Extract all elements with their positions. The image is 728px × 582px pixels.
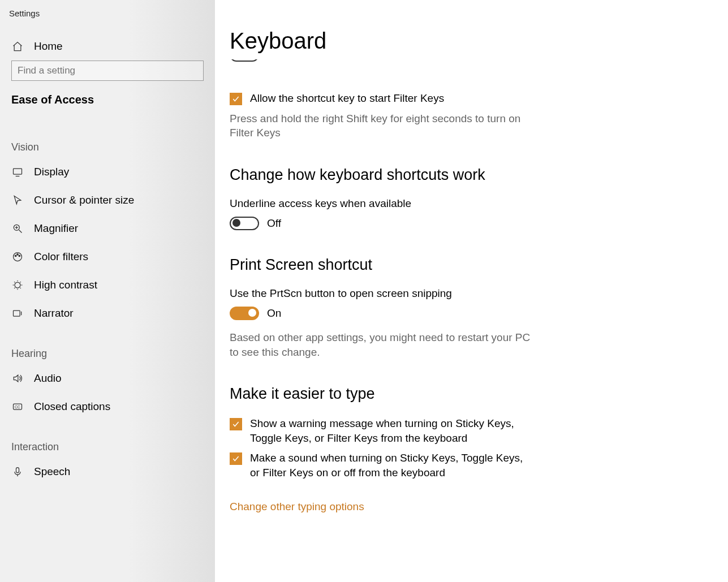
mic-icon	[11, 465, 24, 478]
magnifier-icon	[11, 222, 24, 235]
svg-text:CC: CC	[15, 405, 20, 409]
main-content: Keyboard Off Allow the shortcut key to s…	[215, 0, 728, 582]
palette-icon	[11, 251, 24, 263]
monitor-icon	[11, 166, 24, 178]
svg-point-10	[17, 254, 19, 256]
sidebar-group-vision: Vision	[0, 121, 215, 158]
checkbox-label: Allow the shortcut key to start Filter K…	[250, 91, 444, 106]
contrast-icon	[11, 279, 24, 291]
sidebar-item-label: Speech	[34, 465, 70, 478]
svg-point-9	[15, 255, 16, 257]
underline-access-label: Underline access keys when available	[230, 197, 705, 210]
search-field[interactable]	[18, 65, 197, 76]
sidebar-item-label: Home	[34, 40, 63, 53]
underline-access-toggle[interactable]	[230, 217, 259, 230]
sidebar-item-speech[interactable]: Speech	[0, 458, 215, 486]
sidebar-item-home[interactable]: Home	[0, 32, 215, 61]
cursor-icon	[11, 194, 24, 206]
filter-keys-shortcut-checkbox[interactable]: Allow the shortcut key to start Filter K…	[230, 91, 535, 106]
easier-cb1[interactable]: Show a warning message when turning on S…	[230, 416, 535, 445]
sidebar-group-interaction: Interaction	[0, 421, 215, 458]
home-icon	[11, 40, 24, 53]
svg-rect-25	[16, 468, 19, 473]
svg-line-17	[14, 282, 15, 282]
sidebar-item-narrator[interactable]: Narrator	[0, 299, 215, 327]
checkbox-checked[interactable]	[230, 418, 242, 430]
svg-rect-21	[14, 311, 20, 316]
speaker-icon	[11, 372, 24, 385]
sidebar-item-magnifier[interactable]: Magnifier	[0, 214, 215, 243]
toggle-state-label: On	[267, 307, 281, 320]
section-easier-title: Make it easier to type	[230, 385, 705, 403]
sidebar-group-hearing: Hearing	[0, 327, 215, 364]
easier-cb2[interactable]: Make a sound when turning on Sticky Keys…	[230, 451, 535, 480]
svg-line-18	[20, 288, 21, 288]
sidebar-section-title: Ease of Access	[0, 90, 215, 121]
sidebar-item-colorfilters[interactable]: Color filters	[0, 243, 215, 271]
sidebar-item-label: Magnifier	[34, 222, 78, 235]
window-title: Settings	[0, 6, 215, 32]
checkbox-checked[interactable]	[230, 452, 242, 465]
toggle-state-label: Off	[267, 59, 281, 61]
filter-keys-toggle[interactable]	[230, 59, 259, 62]
svg-line-19	[14, 288, 15, 288]
sidebar-item-label: Narrator	[34, 307, 74, 320]
filter-keys-note: Press and hold the right Shift key for e…	[230, 111, 535, 140]
narrator-icon	[11, 307, 24, 320]
sidebar-item-label: Display	[34, 166, 69, 178]
checkbox-label: Make a sound when turning on Sticky Keys…	[250, 451, 535, 480]
sidebar-item-cursor[interactable]: Cursor & pointer size	[0, 186, 215, 214]
svg-line-5	[19, 230, 22, 233]
filter-keys-partial: Off	[230, 59, 705, 74]
page-title: Keyboard	[230, 28, 705, 54]
svg-point-11	[19, 255, 20, 257]
checkbox-checked[interactable]	[230, 93, 242, 105]
prtscn-note: Based on other app settings, you might n…	[230, 330, 535, 359]
sidebar-item-label: Cursor & pointer size	[34, 194, 134, 206]
svg-rect-2	[14, 169, 22, 174]
sidebar-item-label: Audio	[34, 372, 62, 385]
prtscn-label: Use the PrtScn button to open screen sni…	[230, 287, 705, 300]
sidebar-item-label: High contrast	[34, 279, 97, 291]
sidebar-item-label: Closed captions	[34, 400, 110, 413]
change-typing-options-link[interactable]: Change other typing options	[230, 501, 364, 513]
checkbox-label: Show a warning message when turning on S…	[250, 416, 535, 445]
section-printscreen-title: Print Screen shortcut	[230, 256, 705, 274]
sidebar-item-label: Color filters	[34, 251, 88, 263]
prtscn-toggle[interactable]	[230, 307, 259, 320]
sidebar-item-audio[interactable]: Audio	[0, 364, 215, 393]
toggle-state-label: Off	[267, 217, 281, 230]
cc-icon: CC	[11, 400, 24, 413]
sidebar: Settings Home Ease of Access Vision Disp…	[0, 0, 215, 582]
svg-line-20	[20, 282, 21, 282]
search-input[interactable]	[11, 61, 204, 81]
sidebar-item-display[interactable]: Display	[0, 158, 215, 186]
sidebar-item-highcontrast[interactable]: High contrast	[0, 271, 215, 299]
sidebar-item-closedcaptions[interactable]: CC Closed captions	[0, 393, 215, 421]
section-shortcuts-title: Change how keyboard shortcuts work	[230, 166, 705, 184]
svg-point-12	[15, 282, 20, 288]
